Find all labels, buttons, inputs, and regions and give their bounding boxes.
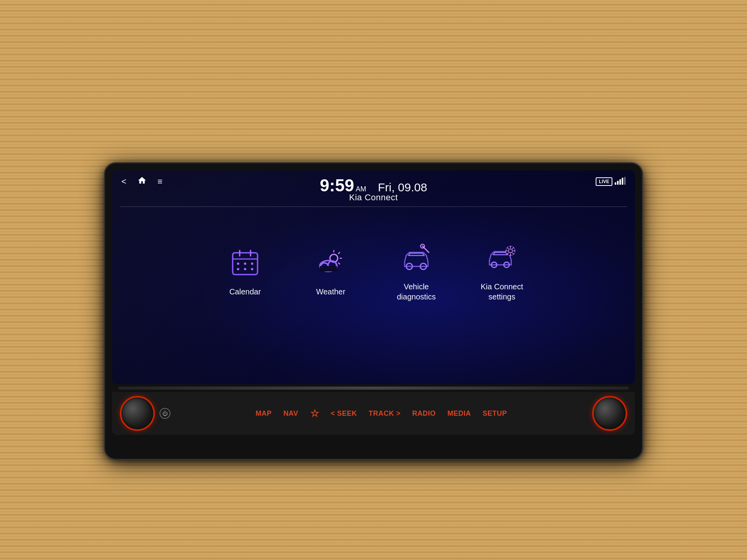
vehicle-diagnostics-app-item[interactable]: Vehiclediagnostics [385,240,447,302]
svg-point-13 [244,268,246,270]
vehicle-diagnostics-label: Vehiclediagnostics [397,282,436,302]
svg-rect-23 [320,266,337,271]
status-icons: LIVE [596,177,626,186]
right-knob[interactable] [592,396,627,431]
app-grid: Calendar [112,221,635,313]
svg-point-9 [237,262,239,265]
top-bar: < ≡ 9:59AM Fri, 09.08 LIVE [112,170,635,191]
svg-rect-2 [619,179,621,185]
screen-title: Kia Connect [349,192,398,202]
home-button[interactable] [137,176,147,187]
svg-point-10 [244,262,246,265]
svg-rect-4 [624,177,626,185]
kia-connect-settings-icon [486,242,517,273]
svg-rect-0 [615,182,616,185]
power-button[interactable]: ⏻ [160,408,170,419]
weather-app-item[interactable]: Weather [300,245,362,297]
track-forward-button[interactable]: TRACK > [369,410,401,418]
svg-rect-3 [622,178,623,185]
vehicle-diagnostics-icon [401,242,432,273]
slider-bar [118,387,629,390]
setup-button[interactable]: SETUP [483,410,507,418]
svg-point-11 [251,262,253,265]
left-knob[interactable] [120,396,155,431]
radio-button[interactable]: RADIO [412,410,436,418]
nav-button[interactable]: NAV [283,410,298,418]
kia-connect-settings-label: Kia Connectsettings [481,282,523,302]
vehicle-diagnostics-icon-wrapper [397,240,436,275]
svg-point-12 [237,268,239,270]
back-button[interactable]: < [121,177,126,187]
infotainment-screen: < ≡ 9:59AM Fri, 09.08 LIVE [112,170,635,384]
signal-strength-icon [615,177,626,186]
menu-button[interactable]: ≡ [158,177,163,187]
control-button-row: MAP NAV ☆ < SEEK TRACK > RADIO MEDIA SET… [170,408,592,420]
weather-icon [315,247,346,278]
svg-line-17 [338,252,340,254]
title-bar: Kia Connect [112,191,635,213]
media-button[interactable]: MEDIA [447,410,471,418]
controls-panel: ⏻ MAP NAV ☆ < SEEK TRACK > RADIO MEDIA S… [112,392,635,435]
calendar-app-item[interactable]: Calendar [214,245,276,297]
power-icon: ⏻ [162,410,168,416]
calendar-icon-wrapper [226,245,265,280]
svg-line-26 [423,246,429,252]
weather-label: Weather [316,287,345,297]
kia-connect-settings-icon-wrapper [482,240,521,275]
kia-connect-settings-app-item[interactable]: Kia Connectsettings [471,240,533,302]
calendar-label: Calendar [229,287,261,297]
map-button[interactable]: MAP [256,410,272,418]
svg-point-14 [251,268,253,270]
calendar-icon [230,247,261,278]
weather-icon-wrapper [311,245,350,280]
seek-back-button[interactable]: < SEEK [331,410,357,418]
head-unit-wrapper: < ≡ 9:59AM Fri, 09.08 LIVE [105,163,642,459]
favorites-button[interactable]: ☆ [310,408,319,420]
right-knob-area [592,396,627,431]
svg-line-19 [338,263,340,264]
outer-bezel: < ≡ 9:59AM Fri, 09.08 LIVE [105,163,642,459]
left-knob-area: ⏻ [120,396,170,431]
nav-icons: < ≡ [121,176,163,187]
live-badge: LIVE [596,177,612,186]
svg-rect-1 [617,181,619,185]
